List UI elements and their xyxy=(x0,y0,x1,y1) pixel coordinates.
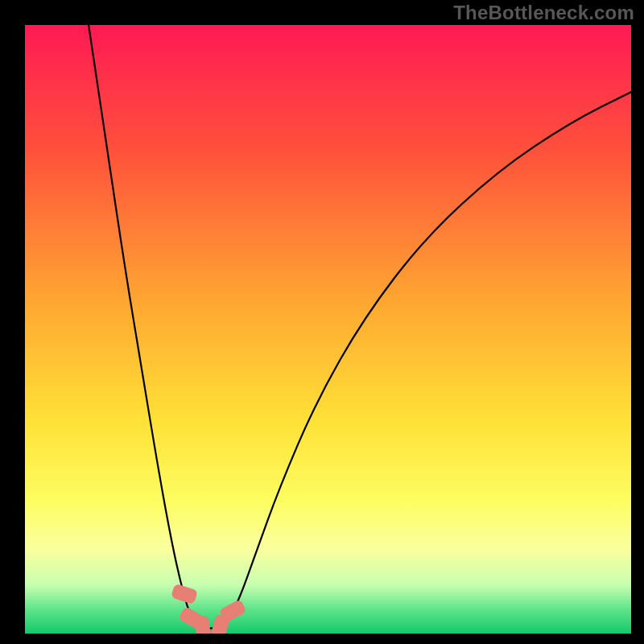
svg-rect-0 xyxy=(25,25,631,634)
chart-svg xyxy=(25,25,631,634)
watermark-text: TheBottleneck.com xyxy=(453,2,634,24)
outer-frame: TheBottleneck.com xyxy=(0,0,644,644)
plot-area xyxy=(25,25,631,634)
